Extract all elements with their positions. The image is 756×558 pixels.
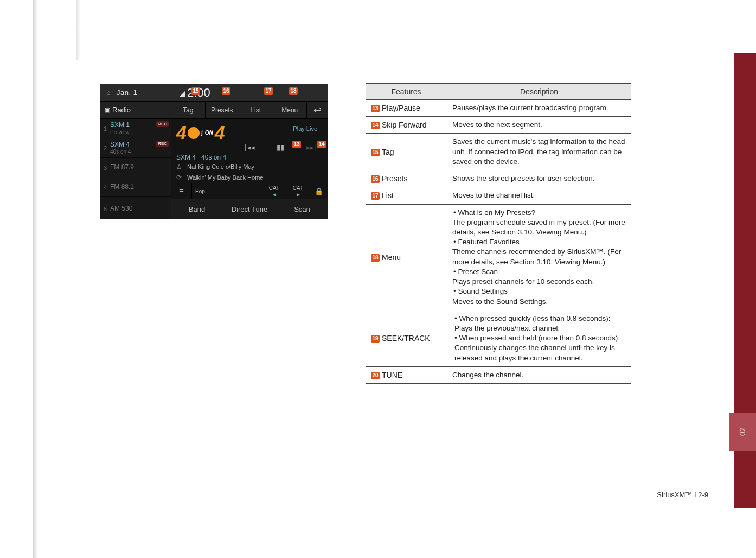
table-row: 15Tag Saves the current music's tag info…	[366, 134, 631, 170]
feat-16: Presets	[382, 174, 407, 183]
pause-icon[interactable]: ▮▮	[274, 143, 287, 151]
preset-list: 1 SXM 1 Preview REC 2 SXM 4 40s on 4 REC…	[100, 119, 171, 199]
preset-sub: 40s on 4	[110, 149, 131, 155]
col-description: Description	[447, 84, 631, 100]
track-icon: ⟳	[176, 174, 184, 181]
preset-row-5[interactable]: 5 AM 530	[100, 199, 171, 219]
desc-13: Pauses/plays the current broadcasting pr…	[447, 100, 631, 117]
num-badge-13: 13	[371, 105, 380, 112]
channel-big-right: 4	[215, 122, 225, 143]
table-row: 17List Moves to the channel list.	[366, 187, 631, 204]
prev-track-icon[interactable]: ∣◂◂	[242, 143, 255, 151]
menu-text: The program schedule saved in my preset.…	[452, 218, 626, 237]
presets-button[interactable]: Presets	[205, 102, 239, 118]
preset-num: 2	[100, 145, 110, 151]
feat-14: Skip Forward	[382, 121, 426, 129]
play-live-button[interactable]: Play Live	[293, 122, 323, 132]
home-icon[interactable]: ⌂	[100, 88, 117, 97]
cat-prev-button[interactable]: CAT◂	[262, 183, 286, 199]
menu-bullet: What is on My Presets?	[453, 208, 626, 218]
callout-14: 14	[317, 141, 326, 148]
table-row: 18Menu What is on My Presets? The progra…	[366, 204, 631, 310]
channel-big-left: 4	[176, 122, 187, 143]
scan-button[interactable]: Scan	[276, 205, 328, 213]
table-row: 19SEEK/TRACK When pressed quickly (less …	[366, 310, 631, 366]
artist-icon: ♙	[176, 163, 184, 170]
feat-20: TUNE	[382, 371, 402, 379]
preset-main: FM 88.1	[110, 183, 134, 191]
preset-main: AM 530	[110, 205, 132, 212]
preset-row-3[interactable]: 3 FM 87.9	[100, 158, 171, 177]
on-text: ON	[205, 130, 213, 136]
track-text: Walkin' My Baby Back Home	[187, 174, 263, 181]
desc-18: What is on My Presets? The program sched…	[447, 204, 631, 310]
date-label: Jan. 1	[117, 88, 165, 97]
cat-next-button[interactable]: CAT▸	[286, 183, 310, 199]
callout-18: 18	[289, 87, 298, 95]
preset-row-4[interactable]: 4 FM 88.1	[100, 177, 171, 197]
menu-button[interactable]: Menu	[273, 102, 307, 118]
category-genre: Pop	[191, 183, 262, 199]
menu-text: Moves to the Sound Settings.	[452, 297, 626, 307]
feat-17: List	[382, 191, 394, 200]
feat-19: SEEK/TRACK	[382, 334, 430, 343]
table-row: 16Presets Shows the stored presets for u…	[366, 170, 631, 187]
num-badge-14: 14	[371, 122, 380, 129]
desc-14: Moves to the next segment.	[447, 117, 631, 134]
desc-19: When pressed quickly (less than 0.8 seco…	[447, 310, 631, 366]
back-button[interactable]: ↩	[306, 102, 328, 118]
preset-num: 5	[100, 206, 110, 212]
num-badge-16: 16	[371, 175, 380, 183]
table-row: 13Play/Pause Pauses/plays the current br…	[366, 100, 631, 117]
seek-bullet: When pressed and held (more than 0.8 sec…	[454, 333, 626, 363]
menu-bullet: Preset Scan	[453, 267, 626, 277]
rec-badge: REC	[156, 141, 169, 147]
desc-15: Saves the current music's tag informatio…	[447, 134, 631, 170]
num-badge-15: 15	[371, 149, 380, 156]
radio-icon: ▣	[105, 106, 110, 113]
feat-18: Menu	[382, 253, 401, 262]
band-button[interactable]: Band	[171, 205, 223, 213]
page-binding-shadow	[33, 0, 38, 558]
channel-id: SXM 4	[176, 154, 196, 161]
chapter-tab: 02	[729, 413, 756, 451]
desc-20: Changes the channel.	[447, 366, 631, 384]
lock-icon[interactable]: 🔒	[310, 187, 328, 195]
col-features: Features	[366, 84, 447, 100]
menu-text: Theme channels recommended by SiriusXM™.…	[452, 247, 626, 267]
preset-row-2[interactable]: 2 SXM 4 40s on 4 REC	[100, 138, 171, 158]
radio-title-text: Radio	[112, 106, 131, 114]
radio-title: ▣ Radio	[100, 106, 171, 114]
menu-bullet: Featured Favorites	[453, 237, 626, 247]
num-badge-20: 20	[371, 372, 380, 379]
seek-bullet: When pressed quickly (less than 0.8 seco…	[454, 314, 626, 333]
page-binding-shadow-top	[76, 0, 80, 60]
preset-num: 3	[100, 164, 110, 171]
features-table: Features Description 13Play/Pause Pauses…	[366, 83, 631, 384]
now-playing-pane: 4 ∫ ON 4 Play Live ∣◂◂ ▮▮ ▸▸∣ SXM 4 40s …	[171, 119, 328, 199]
globe-icon	[188, 127, 200, 139]
num-badge-17: 17	[371, 192, 380, 200]
callout-17: 17	[264, 87, 273, 95]
preset-row-1[interactable]: 1 SXM 1 Preview REC	[100, 119, 171, 138]
table-row: 20TUNE Changes the channel.	[366, 366, 631, 384]
preset-main: SXM 1	[110, 122, 130, 129]
num-badge-18: 18	[371, 254, 380, 262]
direct-tune-button[interactable]: Direct Tune	[223, 205, 276, 213]
tag-button[interactable]: Tag	[171, 102, 205, 118]
menu-text: Plays preset channels for 10 seconds eac…	[452, 277, 626, 287]
preset-num: 1	[100, 125, 110, 132]
preset-sub: Preview	[110, 129, 130, 135]
callout-13: 13	[292, 141, 301, 148]
preset-num: 4	[100, 184, 110, 191]
menu-bullet: Sound Settings	[453, 287, 626, 296]
channel-name: 40s on 4	[201, 154, 226, 161]
feat-13: Play/Pause	[382, 104, 420, 112]
page-footer: SiriusXM™ I 2-9	[657, 491, 708, 499]
rec-badge: REC	[156, 121, 169, 127]
preset-main: SXM 4	[110, 141, 131, 148]
list-button[interactable]: List	[239, 102, 273, 118]
desc-16: Shows the stored presets for user select…	[447, 170, 631, 187]
num-badge-19: 19	[371, 335, 380, 343]
next-track-icon[interactable]: ▸▸∣	[305, 143, 318, 151]
